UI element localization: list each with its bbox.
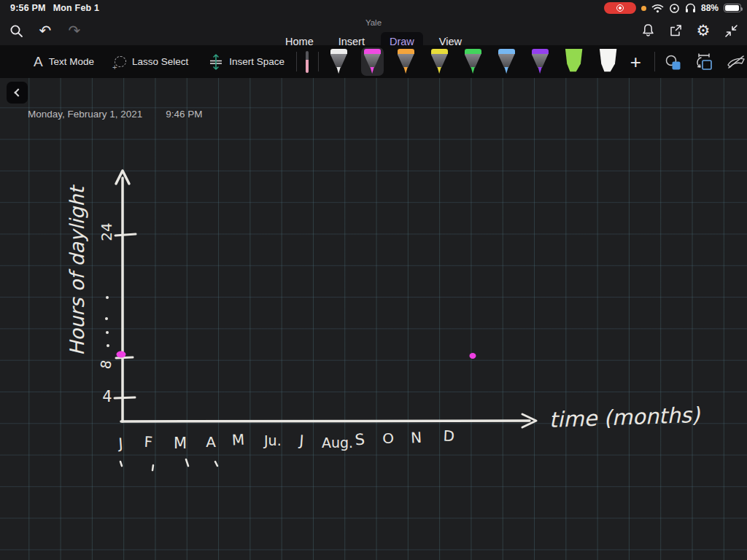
draw-toolbar: A Text Mode Lasso Select Insert Space <box>0 45 747 78</box>
collapse-ribbon-button[interactable] <box>722 22 740 39</box>
insert-space-label: Insert Space <box>229 56 285 67</box>
pen-blue[interactable] <box>495 47 518 76</box>
bell-icon <box>641 23 655 38</box>
page-date: Monday, February 1, 2021 <box>28 109 142 120</box>
note-canvas[interactable]: Monday, February 1, 20219:46 PM <box>0 78 747 560</box>
resize-ink-icon <box>694 53 713 71</box>
collapse-icon <box>724 24 738 38</box>
ink-to-shape-button[interactable] <box>665 53 682 71</box>
eraser-tool[interactable] <box>306 51 309 73</box>
chevron-left-icon <box>14 88 22 96</box>
pen-green[interactable] <box>462 47 484 76</box>
lasso-label: Lasso Select <box>132 56 188 67</box>
pen-silver[interactable] <box>328 47 350 76</box>
resize-ink-button[interactable] <box>694 53 713 71</box>
status-bar: 9:56 PMMon Feb 1 88% <box>0 0 747 16</box>
pen-magenta-selected[interactable] <box>361 47 384 76</box>
battery-percent: 88% <box>701 3 719 13</box>
text-mode-label: Text Mode <box>49 56 94 67</box>
screen-recording-indicator[interactable] <box>604 2 636 14</box>
headphones-icon <box>685 3 696 13</box>
page-time: 9:46 PM <box>166 109 202 120</box>
status-time: 9:56 PM <box>10 3 46 13</box>
wifi-icon <box>651 4 664 13</box>
status-time-date: 9:56 PMMon Feb 1 <box>10 3 107 13</box>
back-button[interactable] <box>7 82 28 104</box>
share-icon <box>668 23 683 38</box>
highlighter-green[interactable] <box>562 47 586 75</box>
pen-tray <box>328 47 620 76</box>
highlighter-white[interactable] <box>597 47 620 75</box>
insert-space-icon <box>209 54 223 70</box>
text-mode-button[interactable]: A Text Mode <box>34 54 94 70</box>
insert-space-button[interactable]: Insert Space <box>209 54 285 70</box>
nav-row: ↶ ↷ Yale Home Insert Draw View <box>0 16 747 45</box>
rotation-lock-icon <box>669 3 680 14</box>
pen-orange[interactable] <box>395 47 417 76</box>
text-mode-icon: A <box>34 54 43 70</box>
gear-icon: ⚙ <box>697 23 711 39</box>
lasso-icon <box>115 56 126 67</box>
battery-icon <box>724 4 741 12</box>
page-timestamp: Monday, February 1, 20219:46 PM <box>28 109 203 120</box>
notifications-button[interactable] <box>639 22 657 39</box>
add-pen-button[interactable]: + <box>630 52 641 71</box>
record-icon <box>616 4 624 12</box>
ruler-disabled-icon <box>725 54 747 70</box>
mic-in-use-icon <box>641 6 646 11</box>
notebook-title: Yale <box>0 18 747 27</box>
pen-yellow[interactable] <box>428 47 451 76</box>
lasso-select-button[interactable]: Lasso Select <box>115 56 188 67</box>
share-button[interactable] <box>667 22 684 39</box>
app-chrome: 9:56 PMMon Feb 1 88% <box>0 0 747 45</box>
settings-button[interactable]: ⚙ <box>694 22 712 39</box>
status-date: Mon Feb 1 <box>53 3 100 13</box>
ruler-button[interactable] <box>725 53 747 71</box>
pen-purple[interactable] <box>529 47 551 76</box>
ink-to-shape-icon <box>665 54 682 70</box>
